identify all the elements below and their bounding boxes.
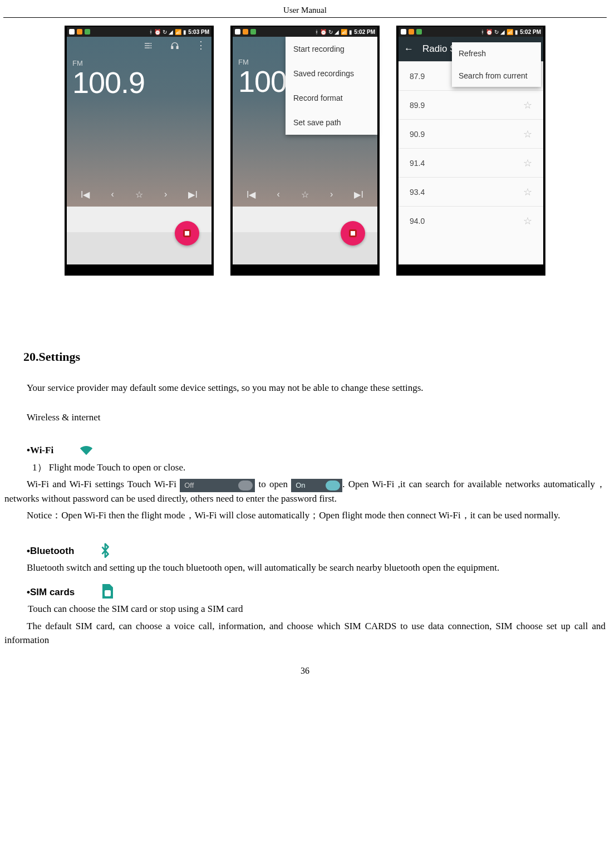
status-bar: ᚼ ⏰ ↻ ◢ 📶 ▮ 5:03 PM [67, 27, 211, 37]
context-menu: Refresh Search from current [452, 42, 541, 87]
menu-start-recording[interactable]: Start recording [286, 37, 377, 61]
svg-point-3 [150, 43, 151, 44]
station-freq: 91.4 [410, 159, 425, 168]
screenshots-row: ᚼ ⏰ ↻ ◢ 📶 ▮ 5:03 PM ⋮ FM 100.9 [3, 26, 607, 276]
status-time: 5:02 PM [520, 29, 541, 35]
phone-screenshot-2: ᚼ ⏰ ↻ ◢ 📶 ▮ 5:02 PM . FM 100.9 I◀ ‹ ☆ › … [230, 26, 380, 276]
alarm-icon: ⏰ [154, 29, 161, 35]
station-row[interactable]: 89.9 ☆ [399, 90, 543, 119]
stop-icon [349, 229, 357, 237]
radio-stations-screen: ← Radio S 87.9 89.9 ☆ 90.9 ☆ 91.4 ☆ 93.4… [399, 37, 543, 264]
wifi-head-text: •Wi-Fi [27, 445, 53, 455]
intro-paragraph: Your service provider may default some d… [4, 381, 606, 395]
signal-icon: 📶 [506, 29, 513, 35]
status-icon [77, 29, 82, 35]
toggle-knob [238, 480, 253, 491]
skip-prev-icon[interactable]: I◀ [247, 189, 255, 200]
prev-icon[interactable]: ‹ [277, 189, 280, 200]
skip-prev-icon[interactable]: I◀ [81, 189, 90, 200]
status-icon [235, 29, 240, 35]
fm-record-bar [67, 232, 211, 264]
page-number: 36 [3, 666, 607, 676]
menu-saved-recordings[interactable]: Saved recordings [286, 61, 377, 86]
station-row[interactable]: 93.4 ☆ [399, 177, 543, 206]
svg-point-5 [150, 47, 151, 48]
station-row[interactable]: 94.0 ☆ [399, 206, 543, 235]
star-icon[interactable]: ☆ [523, 128, 532, 140]
menu-set-save-path[interactable]: Set save path [286, 110, 377, 135]
svg-rect-0 [145, 43, 150, 43]
status-icon [69, 29, 75, 35]
prev-icon[interactable]: ‹ [111, 189, 114, 200]
next-icon[interactable]: › [330, 189, 333, 200]
fm-frequency: 100.9 [67, 65, 211, 100]
document-body: 20.Settings Your service provider may de… [3, 348, 607, 647]
battery-icon: ▮ [515, 29, 518, 35]
menu-refresh[interactable]: Refresh [452, 42, 541, 65]
signal-icon: 📶 [175, 29, 181, 35]
wifi-toggle-on[interactable]: On [291, 479, 342, 492]
back-icon[interactable]: ← [404, 43, 414, 55]
battery-icon: ▮ [349, 29, 352, 35]
station-freq: 93.4 [410, 188, 425, 197]
station-row[interactable]: 90.9 ☆ [399, 119, 543, 148]
wifi-heading: •Wi-Fi [4, 439, 606, 458]
skip-next-icon[interactable]: ▶I [354, 189, 363, 200]
menu-icon[interactable]: ⋮ [196, 41, 206, 52]
phone-screenshot-1: ᚼ ⏰ ↻ ◢ 📶 ▮ 5:03 PM ⋮ FM 100.9 [65, 26, 214, 276]
sync-icon: ↻ [494, 29, 499, 35]
alarm-icon: ⏰ [486, 29, 493, 35]
status-icon [250, 29, 256, 35]
fm-controls: I◀ ‹ ☆ › ▶I [67, 189, 211, 200]
svg-rect-1 [145, 45, 150, 46]
wifi-text-b: to open [258, 479, 291, 489]
svg-rect-8 [105, 590, 111, 596]
bluetooth-icon: ᚼ [315, 29, 318, 35]
context-menu: Start recording Saved recordings Record … [286, 37, 377, 135]
star-icon[interactable]: ☆ [523, 99, 532, 111]
bluetooth-icon: ᚼ [149, 29, 152, 35]
svg-point-4 [150, 45, 151, 46]
toggle-off-label: Off [184, 481, 194, 489]
status-icon [85, 29, 90, 35]
menu-search-from-current[interactable]: Search from current [452, 65, 541, 87]
sim-heading: •SIM cards [4, 578, 606, 600]
station-row[interactable]: 91.4 ☆ [399, 148, 543, 177]
record-button[interactable] [175, 221, 199, 246]
star-icon[interactable]: ☆ [523, 186, 532, 198]
menu-record-format[interactable]: Record format [286, 86, 377, 110]
record-button[interactable] [341, 221, 365, 246]
toggle-knob [326, 480, 340, 491]
star-icon[interactable]: ☆ [523, 215, 532, 227]
next-icon[interactable]: › [164, 189, 167, 200]
bluetooth-rune-icon [77, 543, 89, 558]
wifi-fan-icon [56, 442, 72, 457]
wireless-heading: Wireless & internet [4, 411, 606, 425]
station-freq: 94.0 [410, 217, 425, 225]
wifi-text-a: Wi-Fi and Wi-Fi settings Touch Wi-Fi [27, 479, 180, 489]
favorite-icon[interactable]: ☆ [301, 189, 309, 200]
wifi-notice: Notice：Open Wi-Fi then the flight mode，W… [4, 509, 606, 523]
list-icon[interactable] [142, 41, 154, 52]
headphones-icon[interactable] [169, 41, 180, 52]
section-title: 20.Settings [23, 348, 606, 366]
stop-icon [183, 229, 191, 237]
wifi-icon: ◢ [169, 29, 173, 35]
fm-radio-screen: . FM 100.9 I◀ ‹ ☆ › ▶I Start recording S… [233, 37, 377, 207]
status-time: 5:02 PM [354, 29, 375, 35]
favorite-icon[interactable]: ☆ [135, 189, 143, 200]
svg-rect-6 [171, 46, 173, 48]
phone-screenshot-3: ᚼ ⏰ ↻ ◢ 📶 ▮ 5:02 PM ← Radio S 87.9 89.9 … [396, 26, 545, 276]
fm-controls: I◀ ‹ ☆ › ▶I [233, 189, 377, 200]
svg-rect-7 [176, 46, 178, 48]
skip-next-icon[interactable]: ▶I [188, 189, 197, 200]
wifi-icon: ◢ [334, 29, 339, 35]
star-icon[interactable]: ☆ [523, 157, 532, 169]
wifi-toggle-off[interactable]: Off [180, 479, 255, 492]
status-icon [416, 29, 422, 35]
station-freq: 87.9 [410, 72, 425, 81]
svg-rect-2 [145, 47, 150, 48]
status-time: 5:03 PM [188, 29, 209, 35]
appbar-title: Radio S [422, 43, 456, 55]
page-header: User Manual [3, 6, 607, 18]
